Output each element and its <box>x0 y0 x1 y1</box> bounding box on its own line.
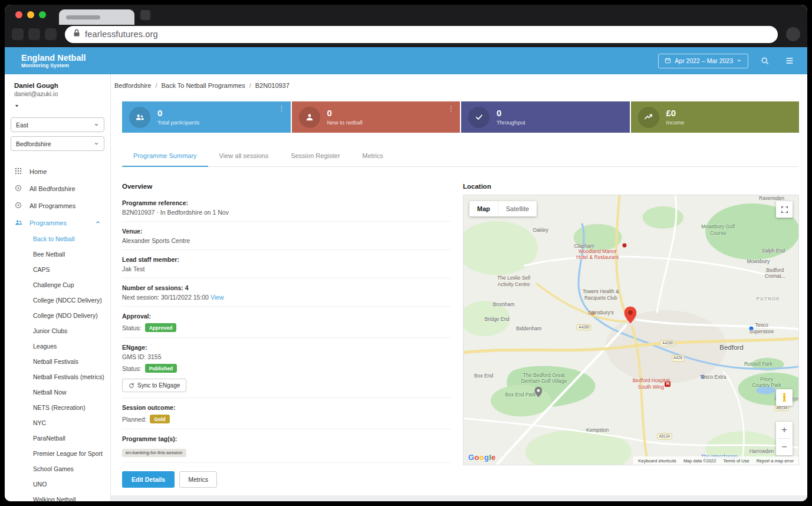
date-range-button[interactable]: Apr 2022 – Mar 2023 <box>658 54 748 68</box>
user-block[interactable]: Daniel Gough daniel@azuki.io <box>5 74 110 113</box>
sidebar-programme-item[interactable]: College (NDO Delivery) <box>5 308 110 323</box>
field-value: Next session: 30/11/2022 15:00View <box>122 294 451 301</box>
maximize-button[interactable] <box>39 11 46 18</box>
sync-to-engage-button[interactable]: Sync to ENgage <box>122 379 186 392</box>
field-label: Programme reference: <box>122 199 451 206</box>
field-label: ENgage: <box>122 344 451 351</box>
sidebar-programme-item[interactable]: Netball Festivals (metrics) <box>5 369 110 385</box>
field-label: Venue: <box>122 228 451 235</box>
area-select[interactable]: Bedfordshire <box>11 136 104 151</box>
kebab-menu-icon[interactable]: ⋮ <box>278 104 285 113</box>
sidebar-programme-item[interactable]: Netball Festivals <box>5 354 110 369</box>
map-label: PUTNOE <box>757 296 780 301</box>
reload-button[interactable] <box>45 28 57 40</box>
metrics-button[interactable]: Metrics <box>179 471 217 488</box>
sidebar-programme-item[interactable]: School Games <box>5 461 110 477</box>
planned-label: Planned: <box>122 416 146 423</box>
sidebar-item-all-programmes[interactable]: All Programmes <box>5 197 110 214</box>
sidebar-programme-item[interactable]: Challenge Cup <box>5 277 110 293</box>
minimize-button[interactable] <box>27 11 34 18</box>
gms-id: GMS ID: 3155 <box>122 353 451 360</box>
trend-icon <box>638 107 659 128</box>
user-email: daniel@azuki.io <box>14 90 101 97</box>
satellite-button[interactable]: Satellite <box>498 201 537 216</box>
sidebar-programme-item[interactable]: ParaNetball <box>5 431 110 446</box>
target-icon <box>14 201 23 210</box>
back-button[interactable] <box>12 28 24 40</box>
map-button[interactable]: Map <box>469 201 498 216</box>
check-icon <box>468 107 489 128</box>
zoom-in-button[interactable]: + <box>776 422 793 438</box>
map-label: Box End Park <box>505 392 536 398</box>
breadcrumb-item[interactable]: Bedfordshire <box>114 82 151 89</box>
report-error-link[interactable]: Report a map error <box>757 458 794 464</box>
tab-metrics[interactable]: Metrics <box>351 146 394 167</box>
field-programme-tags: Programme tag(s): en-banking-for-this-se… <box>122 429 451 463</box>
sidebar-programme-item[interactable]: NYC <box>5 415 110 431</box>
sidebar-programme-item[interactable]: Junior Clubs <box>5 323 110 339</box>
region-select[interactable]: East <box>11 117 104 132</box>
fullscreen-button[interactable] <box>776 201 793 218</box>
overview-title: Overview <box>122 183 451 190</box>
map-label: Priory Country Park <box>751 376 783 389</box>
map-label: Salph End <box>762 247 785 254</box>
target-icon <box>14 184 23 193</box>
sidebar-programme-item[interactable]: UNO <box>5 477 110 492</box>
pegman-control[interactable] <box>776 389 793 406</box>
lock-icon <box>73 29 80 40</box>
status-badge: Approved <box>145 323 177 332</box>
edit-details-button[interactable]: Edit Details <box>122 471 175 488</box>
google-map[interactable]: H RavensdenOakleyClaphamMowsbury Golf Co… <box>463 195 799 465</box>
stat-value: £0 <box>666 109 685 119</box>
sidebar-programme-item[interactable]: Premier League for Sport <box>5 446 110 461</box>
sidebar-programme-item[interactable]: Walking Netball <box>5 492 110 501</box>
sidebar-programme-item[interactable]: Back to Netball <box>5 231 110 247</box>
sidebar-programme-item[interactable]: Bee Netball <box>5 247 110 262</box>
search-button[interactable] <box>757 52 773 69</box>
sidebar-programme-item[interactable]: Leagues <box>5 339 110 354</box>
breadcrumb-item[interactable]: B2N010937 <box>255 82 290 89</box>
browser-tab[interactable] <box>59 9 134 25</box>
url-text: fearlessfutures.org <box>85 29 158 39</box>
stat-card: 0 Throughput <box>461 101 630 133</box>
stat-label: Income <box>666 119 685 126</box>
tab-session-register[interactable]: Session Register <box>280 146 351 167</box>
bottom-cards: IncomeExpeditureProfit/Loss <box>111 495 807 502</box>
address-bar[interactable]: fearlessfutures.org <box>65 26 778 43</box>
grid-icon <box>14 167 23 176</box>
zoom-out-button[interactable]: − <box>776 439 793 455</box>
map-label: Mowsbury <box>747 258 770 265</box>
list-view-button[interactable] <box>781 52 798 69</box>
person-icon <box>299 107 320 128</box>
kebab-menu-icon[interactable]: ⋮ <box>448 104 455 113</box>
profile-avatar[interactable] <box>786 27 800 41</box>
map-label: Russell Park <box>744 360 772 367</box>
sidebar-programme-item[interactable]: Netball Now <box>5 385 110 400</box>
sidebar-item-all-bedfordshire[interactable]: All Bedfordshire <box>5 180 110 197</box>
sidebar-item-home[interactable]: Home <box>5 163 110 180</box>
keyboard-shortcuts-link[interactable]: Keyboard shortcuts <box>638 458 676 464</box>
chevron-down-icon <box>737 57 742 64</box>
map-label: A4280 <box>577 324 591 330</box>
sidebar-programme-item[interactable]: NETS (Recreation) <box>5 400 110 415</box>
tab-view-all-sessions[interactable]: View all sessions <box>208 146 280 167</box>
field-label: Programme tag(s): <box>122 435 451 442</box>
forward-button[interactable] <box>28 28 40 40</box>
chevron-down-icon[interactable] <box>14 100 101 111</box>
close-button[interactable] <box>15 11 22 18</box>
new-tab-button[interactable] <box>140 10 150 20</box>
breadcrumb-separator: / <box>155 82 157 89</box>
view-session-link[interactable]: View <box>211 294 224 301</box>
tab-programme-summary[interactable]: Programme Summary <box>122 146 208 167</box>
map-label: Tesco Superstore <box>743 323 780 335</box>
location-title: Location <box>463 183 799 190</box>
field-lead-staff: Lead staff member: Jak Test <box>122 250 451 278</box>
sidebar-programme-item[interactable]: CAPS <box>5 262 110 277</box>
terms-link[interactable]: Terms of Use <box>723 458 749 464</box>
field-venue: Venue: Alexander Sports Centre <box>122 222 451 250</box>
sidebar-item-programmes[interactable]: Programmes <box>5 214 110 231</box>
sidebar-programme-item[interactable]: College (NDCC Delivery) <box>5 293 110 308</box>
stat-label: Throughput <box>497 119 525 126</box>
breadcrumb-item[interactable]: Back To Netball Programmes <box>161 82 245 89</box>
tab-strip <box>5 5 807 25</box>
